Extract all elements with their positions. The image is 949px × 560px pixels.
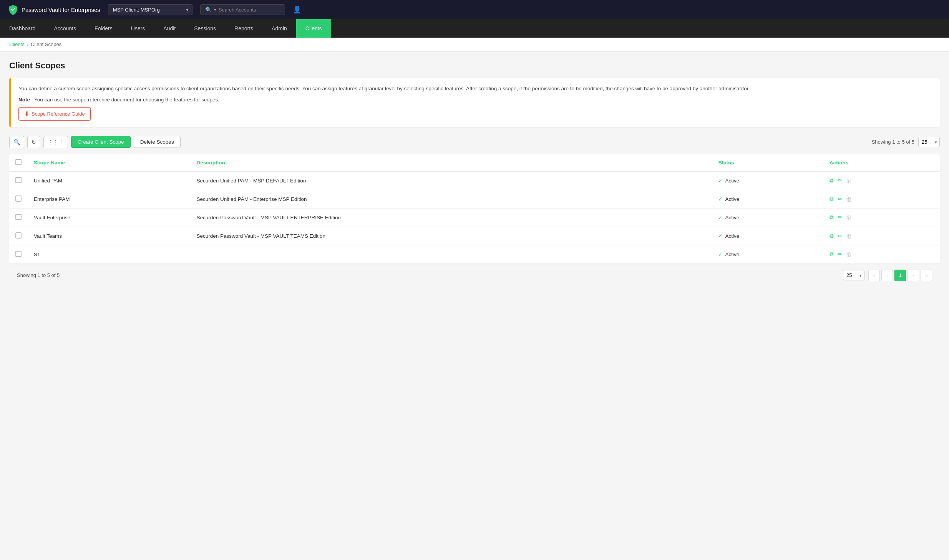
pagination-per-page-selector[interactable]: 25 10 50 100 — [843, 270, 864, 280]
select-all-checkbox[interactable] — [15, 159, 22, 165]
row-checkbox-cell-3 — [9, 227, 28, 245]
status-label-1: Active — [725, 196, 739, 202]
header: Password Vault for Enterprises MSP Clien… — [0, 0, 949, 19]
download-icon: ⬇ — [24, 110, 29, 118]
delete-icon-3[interactable]: 🗑 — [846, 233, 852, 239]
showing-count: Showing 1 to 5 of 5 — [872, 139, 914, 145]
copy-icon-4[interactable]: ⧉ — [830, 251, 834, 258]
row-description-0: Securden Unified PAM - MSP DEFAULT Editi… — [191, 171, 712, 190]
table-row: S1 ✓ Active ⧉ ✏ 🗑 — [9, 245, 940, 263]
row-checkbox-0[interactable] — [15, 177, 22, 183]
breadcrumb-clients-link[interactable]: Clients — [9, 41, 25, 47]
row-description-2: Securden Password Vault - MSP VAULT ENTE… — [191, 208, 712, 227]
per-page-dropdown[interactable]: 25 10 50 100 — [918, 137, 940, 147]
delete-icon-1[interactable]: 🗑 — [846, 196, 852, 202]
copy-icon-3[interactable]: ⧉ — [830, 232, 834, 239]
row-scope-name-1: Enterprise PAM — [28, 190, 191, 208]
last-page-button[interactable]: » — [921, 270, 932, 281]
table-row: Vault Enterprise Securden Password Vault… — [9, 208, 940, 227]
nav-item-dashboard[interactable]: Dashboard — [0, 19, 45, 38]
info-box: You can define a custom scope assigning … — [9, 78, 940, 127]
row-status-2: ✓ Active — [712, 208, 823, 227]
edit-icon-3[interactable]: ✏ — [838, 232, 843, 239]
nav-item-accounts[interactable]: Accounts — [45, 19, 86, 38]
status-check-icon-4: ✓ — [718, 251, 723, 257]
row-actions-2: ⧉ ✏ 🗑 — [823, 208, 940, 227]
scopes-table: Scope Name Description Status Actions Un… — [9, 154, 940, 263]
copy-icon-2[interactable]: ⧉ — [830, 214, 834, 221]
row-scope-name-0: Unified PAM — [28, 171, 191, 190]
scopes-table-container: Scope Name Description Status Actions Un… — [9, 154, 940, 263]
msp-client-dropdown[interactable]: MSP Client: MSPOrg — [108, 4, 192, 15]
search-area[interactable]: 🔍 ▾ — [200, 4, 285, 15]
info-note: Note : You can use the scope reference d… — [18, 97, 932, 103]
shield-logo-icon — [8, 4, 18, 15]
page-title: Client Scopes — [9, 61, 940, 71]
search-input[interactable] — [219, 7, 280, 13]
row-checkbox-cell-0 — [9, 171, 28, 190]
breadcrumb-separator: › — [27, 41, 28, 47]
refresh-button[interactable]: ↻ — [27, 136, 40, 148]
breadcrumb-current: Client Scopes — [31, 41, 61, 47]
copy-icon-1[interactable]: ⧉ — [830, 196, 834, 202]
header-checkbox-col — [9, 154, 28, 171]
first-page-button[interactable]: « — [868, 270, 880, 281]
pagination-per-page-dropdown[interactable]: 25 10 50 100 — [843, 270, 864, 280]
edit-icon-4[interactable]: ✏ — [838, 251, 843, 258]
row-checkbox-4[interactable] — [15, 251, 22, 257]
row-checkbox-1[interactable] — [15, 196, 22, 202]
msp-client-selector[interactable]: MSP Client: MSPOrg — [108, 4, 192, 15]
nav-item-admin[interactable]: Admin — [262, 19, 296, 38]
create-client-scope-button[interactable]: Create Client Scope — [71, 136, 131, 148]
nav-item-clients[interactable]: Clients — [296, 19, 331, 38]
nav-item-sessions[interactable]: Sessions — [185, 19, 225, 38]
search-icon: 🔍 — [13, 139, 20, 145]
delete-icon-2[interactable]: 🗑 — [846, 214, 852, 221]
delete-icon-4[interactable]: 🗑 — [846, 251, 852, 258]
edit-icon-2[interactable]: ✏ — [838, 214, 843, 221]
pagination-bar: Showing 1 to 5 of 5 25 10 50 100 « ‹ 1 ›… — [9, 263, 940, 287]
row-checkbox-2[interactable] — [15, 214, 22, 220]
nav-item-users[interactable]: Users — [122, 19, 154, 38]
next-page-button[interactable]: › — [908, 270, 919, 281]
per-page-selector[interactable]: 25 10 50 100 — [918, 137, 940, 147]
edit-icon-1[interactable]: ✏ — [838, 196, 843, 202]
copy-icon-0[interactable]: ⧉ — [830, 177, 834, 184]
scope-reference-guide-button[interactable]: ⬇ Scope Reference Guide — [18, 107, 91, 121]
table-body: Unified PAM Securden Unified PAM - MSP D… — [9, 171, 940, 263]
prev-page-button[interactable]: ‹ — [881, 270, 893, 281]
toolbar-right: Showing 1 to 5 of 5 25 10 50 100 — [872, 137, 940, 147]
col-header-actions: Actions — [823, 154, 940, 171]
delete-icon-0[interactable]: 🗑 — [846, 177, 852, 184]
table-row: Unified PAM Securden Unified PAM - MSP D… — [9, 171, 940, 190]
search-toggle-button[interactable]: 🔍 — [9, 136, 24, 148]
nav-item-audit[interactable]: Audit — [154, 19, 185, 38]
edit-icon-0[interactable]: ✏ — [838, 177, 843, 184]
page-1-button[interactable]: 1 — [894, 270, 906, 281]
columns-button[interactable]: ⋮⋮⋮ — [43, 136, 68, 148]
delete-scopes-button[interactable]: Delete Scopes — [134, 136, 181, 148]
user-account-icon[interactable]: 👤 — [293, 5, 301, 14]
table-row: Vault Teams Securden Password Vault - MS… — [9, 227, 940, 245]
status-check-icon-1: ✓ — [718, 196, 723, 202]
refresh-icon: ↻ — [32, 139, 36, 145]
pagination-showing: Showing 1 to 5 of 5 — [17, 272, 839, 278]
search-dropdown-icon[interactable]: ▾ — [214, 7, 216, 12]
row-description-3: Securden Password Vault - MSP VAULT TEAM… — [191, 227, 712, 245]
search-icon: 🔍 — [205, 7, 212, 13]
status-label-0: Active — [725, 178, 739, 184]
row-description-1: Securden Unified PAM - Enterprise MSP Ed… — [191, 190, 712, 208]
row-scope-name-3: Vault Teams — [28, 227, 191, 245]
row-status-4: ✓ Active — [712, 245, 823, 263]
main-nav: Dashboard Accounts Folders Users Audit S… — [0, 19, 949, 38]
scope-ref-btn-label: Scope Reference Guide — [32, 111, 85, 117]
logo-area: Password Vault for Enterprises — [8, 4, 100, 15]
nav-item-reports[interactable]: Reports — [225, 19, 262, 38]
row-status-1: ✓ Active — [712, 190, 823, 208]
row-description-4 — [191, 245, 712, 263]
breadcrumb: Clients › Client Scopes — [0, 38, 949, 51]
row-checkbox-3[interactable] — [15, 232, 22, 239]
nav-item-folders[interactable]: Folders — [85, 19, 122, 38]
status-label-4: Active — [725, 252, 739, 257]
col-header-status: Status — [712, 154, 823, 171]
